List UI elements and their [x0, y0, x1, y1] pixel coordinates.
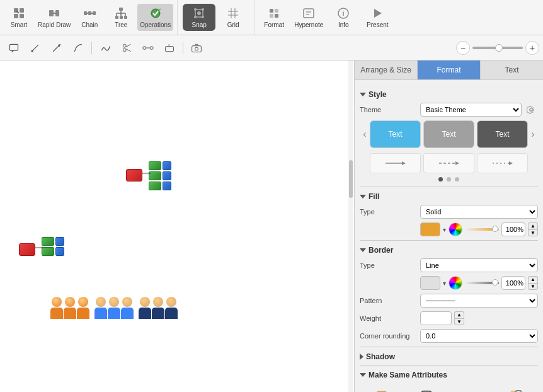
fill-opacity-slider[interactable] [465, 228, 499, 231]
border-pattern-select[interactable]: ────── [420, 294, 538, 308]
fill-opacity-input[interactable] [501, 222, 525, 236]
svg-marker-42 [374, 9, 382, 18]
zoom-out-button[interactable]: − [456, 41, 470, 55]
swatches-prev[interactable]: ‹ [360, 129, 370, 140]
node-blue-2[interactable] [163, 171, 171, 180]
border-color-dropdown[interactable]: ▾ [443, 280, 446, 287]
fill-collapse-triangle[interactable] [360, 195, 366, 199]
border-color-control: ▾ ▲ ▼ [420, 276, 538, 290]
tool-arrow[interactable] [47, 38, 67, 57]
shadow-collapse-triangle[interactable] [360, 354, 363, 360]
node-blue-4[interactable] [55, 237, 64, 246]
zoom-in-button[interactable]: + [525, 41, 539, 55]
tool-connect[interactable] [138, 38, 158, 57]
border-weight-stepper[interactable]: ▲ ▼ [454, 311, 464, 325]
tool-camera[interactable] [186, 38, 207, 57]
theme-select[interactable]: Basic Theme [420, 103, 522, 117]
border-type-label: Type [360, 262, 416, 269]
person-4 [94, 297, 107, 319]
corner-rounding-select[interactable]: 0.0 [420, 329, 538, 343]
scrollbar-thumb[interactable] [349, 160, 353, 198]
make-same-fill[interactable]: Fill [360, 386, 403, 392]
node-blue-1[interactable] [163, 161, 171, 170]
toolbar-item-hypernote[interactable]: Hypernote [292, 4, 326, 31]
border-collapse-triangle[interactable] [360, 248, 366, 252]
node-green-4[interactable] [42, 237, 54, 246]
border-opacity-slider[interactable] [465, 282, 499, 284]
tool-erase[interactable] [159, 38, 180, 57]
border-opacity-stepper[interactable]: ▲ ▼ [528, 276, 538, 290]
border-weight-up[interactable]: ▲ [454, 311, 464, 318]
node-red-2[interactable] [19, 243, 35, 256]
canvas[interactable] [0, 61, 354, 392]
make-same-border[interactable]: Border [404, 386, 448, 392]
vertical-scrollbar[interactable] [348, 61, 353, 392]
svg-line-52 [126, 49, 130, 51]
style-section-label: Style [369, 90, 387, 99]
node-green-1[interactable] [149, 161, 161, 170]
toolbar-item-operations[interactable]: Operations [137, 4, 173, 31]
border-pattern-control: ────── [420, 294, 538, 308]
fill-opacity-up[interactable]: ▲ [528, 222, 538, 229]
node-red-1[interactable] [126, 169, 142, 182]
swatch-dark[interactable]: Text [477, 120, 528, 148]
node-blue-5[interactable] [55, 247, 64, 256]
toolbar-item-rapid-draw[interactable]: Rapid Draw [35, 4, 73, 31]
tool-draw[interactable] [95, 38, 115, 57]
tab-format[interactable]: Format [418, 61, 481, 79]
border-color-swatch[interactable] [420, 276, 440, 290]
fill-opacity-stepper[interactable]: ▲ ▼ [528, 222, 538, 236]
border-color-wheel[interactable] [449, 276, 462, 290]
swatch-gray[interactable]: Text [423, 120, 474, 148]
make-same-text-format[interactable]: A Text Format [450, 386, 493, 392]
swatches-next[interactable]: › [528, 129, 538, 140]
zoom-slider[interactable] [472, 47, 523, 49]
dot-3[interactable] [455, 177, 459, 182]
style-section-header: Style [360, 90, 538, 99]
dot-2[interactable] [447, 177, 451, 182]
toolbar-center: Snap Grid [178, 0, 255, 35]
fill-color-dropdown[interactable]: ▾ [443, 226, 446, 233]
tab-arrange-size[interactable]: Arrange & Size [355, 61, 418, 79]
node-blue-3[interactable] [163, 182, 171, 190]
style-collapse-triangle[interactable] [360, 93, 366, 96]
fill-type-select[interactable]: Solid [420, 205, 538, 219]
toolbar-item-smart[interactable]: Smart [4, 4, 34, 31]
svg-rect-8 [84, 11, 87, 15]
arrow-swatch-dashed[interactable] [423, 153, 474, 173]
border-type-select[interactable]: Line [420, 258, 538, 272]
toolbar-item-info[interactable]: i Info [327, 4, 360, 31]
tool-comment[interactable] [4, 38, 24, 57]
swatch-blue[interactable]: Text [370, 120, 421, 148]
tool-scissors[interactable] [117, 38, 137, 57]
toolbar-item-chain[interactable]: Chain [74, 4, 105, 31]
border-opacity-down[interactable]: ▼ [528, 283, 538, 290]
border-opacity-input[interactable] [501, 276, 525, 290]
border-opacity-up[interactable]: ▲ [528, 276, 538, 283]
make-same-all[interactable]: All [494, 386, 538, 392]
border-weight-down[interactable]: ▼ [454, 318, 464, 325]
snap-button[interactable]: Snap [183, 4, 215, 31]
dark-blue-people [139, 297, 178, 319]
svg-point-28 [202, 16, 204, 18]
tool-curve[interactable] [68, 38, 88, 57]
info-label: Info [338, 21, 349, 28]
toolbar-item-format[interactable]: Format [258, 4, 290, 31]
fill-color-swatch[interactable] [420, 222, 440, 236]
style-swatches: ‹ Text Text Text › [360, 120, 538, 148]
fill-opacity-down[interactable]: ▼ [528, 229, 538, 236]
grid-button[interactable]: Grid [217, 4, 249, 31]
dot-1[interactable] [438, 177, 443, 182]
tool-pen[interactable] [25, 38, 45, 57]
border-weight-input[interactable]: 1 pt [420, 311, 452, 325]
tab-text[interactable]: Text [481, 61, 543, 79]
arrow-swatch-solid[interactable] [370, 153, 421, 173]
border-color-row: ▾ ▲ ▼ [360, 276, 538, 290]
make-same-triangle[interactable] [360, 373, 366, 377]
toolbar-item-present[interactable]: Present [361, 4, 394, 31]
node-green-3[interactable] [149, 182, 161, 190]
fill-color-wheel[interactable] [449, 222, 462, 236]
toolbar-item-tree[interactable]: Tree [106, 4, 136, 31]
theme-gear-button[interactable] [524, 103, 538, 117]
arrow-swatch-dotted[interactable] [477, 153, 528, 173]
